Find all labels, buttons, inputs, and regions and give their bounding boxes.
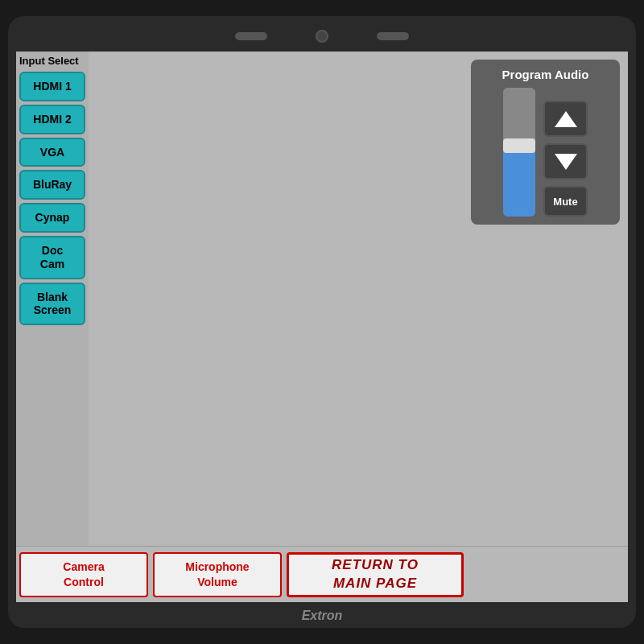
audio-panel: Program Audio (471, 60, 620, 225)
volume-up-button[interactable] (543, 101, 588, 137)
volume-down-button[interactable] (543, 143, 588, 180)
nav-bar: CameraControl MicrophoneVolume RETURN TO… (16, 546, 628, 602)
volume-slider-track (503, 88, 535, 217)
audio-panel-title: Program Audio (502, 68, 589, 81)
main-content: Input Select HDMI 1 HDMI 2 VGA BluRay Cy… (16, 52, 628, 546)
front-camera (316, 30, 328, 43)
right-sensor (377, 32, 409, 40)
left-sensor (235, 32, 267, 40)
input-btn-hdmi2[interactable]: HDMI 2 (19, 105, 85, 134)
input-btn-doccam[interactable]: DocCam (19, 236, 85, 279)
tablet-top-bar (16, 24, 628, 48)
input-btn-blank[interactable]: BlankScreen (19, 283, 85, 326)
microphone-volume-button[interactable]: MicrophoneVolume (153, 552, 282, 597)
volume-buttons: Mute (543, 101, 588, 217)
screen: Input Select HDMI 1 HDMI 2 VGA BluRay Cy… (16, 52, 628, 602)
volume-down-icon (555, 154, 577, 170)
mute-button[interactable]: Mute (543, 186, 588, 217)
extron-label: Extron (302, 602, 343, 628)
volume-up-icon (555, 111, 577, 127)
input-btn-bluray[interactable]: BluRay (19, 170, 85, 200)
input-btn-hdmi1[interactable]: HDMI 1 (19, 72, 85, 101)
camera-control-button[interactable]: CameraControl (19, 552, 148, 597)
input-select-panel: Input Select HDMI 1 HDMI 2 VGA BluRay Cy… (16, 52, 89, 546)
volume-slider-thumb[interactable] (503, 138, 535, 153)
input-btn-vga[interactable]: VGA (19, 138, 85, 167)
volume-slider-fill (503, 146, 535, 217)
audio-controls: Mute (503, 88, 588, 217)
return-to-main-button[interactable]: RETURN TOMAIN PAGE (287, 552, 464, 597)
input-btn-cynap[interactable]: Cynap (19, 203, 85, 233)
volume-slider-container[interactable] (503, 88, 535, 217)
input-select-label: Input Select (19, 53, 85, 68)
center-area: Program Audio (89, 52, 628, 546)
tablet-frame: Input Select HDMI 1 HDMI 2 VGA BluRay Cy… (8, 16, 636, 628)
